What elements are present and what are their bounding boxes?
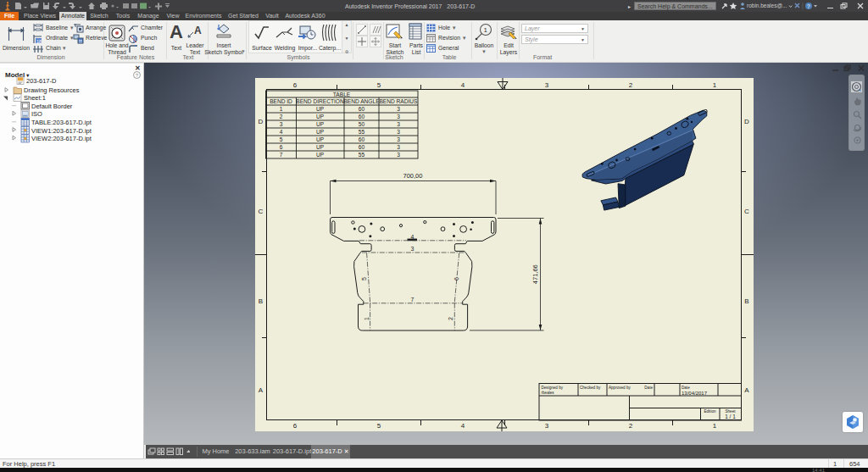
svg-text:3: 3	[411, 246, 415, 252]
svg-text:6: 6	[453, 277, 459, 280]
svg-text:C: C	[259, 208, 264, 215]
svg-text:UP: UP	[316, 121, 325, 127]
svg-text:1: 1	[713, 422, 717, 430]
svg-text:4: 4	[411, 234, 415, 240]
svg-text:UP: UP	[316, 129, 325, 135]
svg-text:Drawing Resources: Drawing Resources	[24, 86, 80, 94]
svg-text:Edition: Edition	[704, 409, 715, 414]
svg-text:BEND ANGLE: BEND ANGLE	[343, 98, 380, 104]
svg-text:A: A	[194, 25, 202, 36]
svg-text:Designed by: Designed by	[542, 386, 564, 390]
svg-text:BEND RADIUS: BEND RADIUS	[379, 98, 418, 104]
svg-text:UP: UP	[316, 152, 325, 158]
svg-text:4: 4	[461, 422, 465, 430]
svg-text:3: 3	[545, 422, 549, 430]
svg-text:1: 1	[280, 106, 283, 112]
svg-text:3: 3	[397, 114, 400, 119]
svg-text:1 / 1: 1 / 1	[725, 414, 736, 419]
svg-text:Checked by: Checked by	[580, 386, 601, 390]
svg-text:3: 3	[397, 121, 400, 127]
svg-text:1: 1	[713, 81, 717, 89]
svg-text:B: B	[259, 297, 263, 305]
svg-text:UP: UP	[316, 106, 325, 112]
svg-text:5: 5	[361, 277, 367, 280]
svg-text:rbeales: rbeales	[542, 391, 555, 395]
svg-text:1: 1	[484, 26, 488, 34]
svg-text:5: 5	[280, 136, 283, 142]
svg-text:D: D	[744, 118, 749, 125]
svg-text:5: 5	[377, 422, 381, 430]
svg-text:A: A	[744, 386, 749, 394]
svg-text:C: C	[744, 208, 749, 215]
svg-text:BEND ID: BEND ID	[270, 98, 292, 104]
svg-text:A: A	[259, 386, 264, 394]
svg-text:2: 2	[629, 81, 633, 89]
svg-text:18: 18	[36, 39, 42, 44]
svg-text:TABLE:203-617-D.ipt: TABLE:203-617-D.ipt	[31, 119, 92, 126]
svg-text:UP: UP	[316, 114, 325, 119]
svg-text:Sheet:1: Sheet:1	[24, 94, 46, 102]
svg-text:6: 6	[280, 144, 283, 150]
svg-text:700,00: 700,00	[403, 172, 423, 180]
svg-text:60: 60	[359, 106, 365, 112]
svg-text:Default Border: Default Border	[31, 103, 73, 110]
svg-text:60: 60	[359, 136, 365, 142]
svg-text:VIEW1:203-617-D.ipt: VIEW1:203-617-D.ipt	[31, 127, 92, 135]
svg-text:55: 55	[359, 152, 365, 158]
svg-text:1: 1	[364, 317, 370, 320]
svg-text:55: 55	[359, 129, 365, 135]
svg-text:3: 3	[397, 144, 400, 150]
svg-text:7: 7	[280, 152, 283, 158]
svg-text:50: 50	[359, 121, 365, 127]
svg-text:Approved by: Approved by	[609, 386, 631, 390]
svg-text:3: 3	[397, 152, 400, 158]
svg-text:3: 3	[397, 106, 400, 112]
svg-text:6: 6	[293, 422, 298, 430]
svg-text:VIEW2:203-617-D.ipt: VIEW2:203-617-D.ipt	[31, 135, 92, 142]
svg-text:2: 2	[280, 114, 283, 119]
svg-text:UP: UP	[316, 144, 325, 150]
svg-text:BEND DIRECTION: BEND DIRECTION	[296, 98, 344, 104]
svg-text:3: 3	[397, 136, 400, 142]
svg-text:3: 3	[280, 121, 283, 127]
svg-text:2: 2	[448, 317, 453, 320]
svg-text:4: 4	[280, 129, 283, 135]
svg-text:2: 2	[629, 422, 633, 430]
svg-text:7: 7	[411, 297, 415, 303]
svg-text:471,66: 471,66	[531, 264, 539, 284]
svg-text:ISO: ISO	[31, 110, 42, 118]
svg-text:4: 4	[461, 81, 465, 89]
svg-text:Date: Date	[644, 386, 653, 390]
svg-text:?: ?	[807, 3, 810, 9]
svg-text:D: D	[259, 118, 264, 125]
svg-text:3: 3	[397, 129, 400, 135]
svg-text:UP: UP	[316, 136, 325, 142]
svg-text:robin.beales@...: robin.beales@...	[747, 3, 787, 8]
svg-text:60: 60	[359, 144, 365, 150]
svg-text:60: 60	[359, 114, 365, 119]
svg-text:5: 5	[377, 81, 381, 89]
svg-text:6: 6	[293, 81, 298, 89]
svg-text:3: 3	[545, 81, 549, 89]
svg-text:203-617-D: 203-617-D	[26, 77, 57, 85]
svg-text:TABLE: TABLE	[333, 92, 351, 97]
svg-text:13/04/2017: 13/04/2017	[682, 391, 708, 396]
svg-text:Date: Date	[682, 386, 690, 390]
svg-text:B: B	[744, 297, 748, 305]
